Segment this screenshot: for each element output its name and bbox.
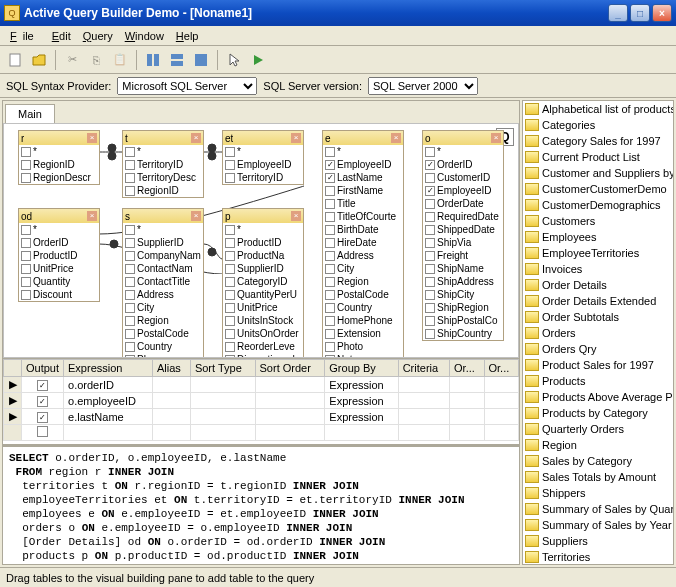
field-checkbox[interactable] bbox=[325, 186, 335, 196]
field-row[interactable]: * bbox=[423, 145, 503, 158]
field-checkbox[interactable] bbox=[225, 342, 235, 352]
field-checkbox[interactable] bbox=[225, 329, 235, 339]
field-row[interactable]: UnitPrice bbox=[223, 301, 303, 314]
field-row[interactable]: BirthDate bbox=[323, 223, 403, 236]
table-box-p[interactable]: p×*ProductIDProductNaSupplierIDCategoryI… bbox=[222, 208, 304, 358]
field-checkbox[interactable] bbox=[325, 342, 335, 352]
tree-item[interactable]: Categories bbox=[523, 117, 673, 133]
field-row[interactable]: HomePhone bbox=[323, 314, 403, 327]
field-checkbox[interactable]: ✓ bbox=[325, 160, 335, 170]
field-row[interactable]: ShipCountry bbox=[423, 327, 503, 340]
output-checkbox[interactable]: ✓ bbox=[37, 380, 48, 391]
grid-header[interactable]: Expression bbox=[64, 360, 153, 377]
field-checkbox[interactable] bbox=[125, 238, 135, 248]
field-checkbox[interactable] bbox=[21, 264, 31, 274]
field-row[interactable]: SupplierID bbox=[123, 236, 203, 249]
field-row[interactable]: * bbox=[123, 223, 203, 236]
grid-header[interactable]: Or... bbox=[484, 360, 519, 377]
field-checkbox[interactable] bbox=[425, 147, 435, 157]
table-close-icon[interactable]: × bbox=[191, 133, 201, 143]
field-checkbox[interactable] bbox=[225, 238, 235, 248]
field-checkbox[interactable] bbox=[21, 225, 31, 235]
output-checkbox[interactable]: ✓ bbox=[37, 396, 48, 407]
field-checkbox[interactable] bbox=[225, 147, 235, 157]
field-checkbox[interactable] bbox=[325, 225, 335, 235]
field-row[interactable]: ✓LastName bbox=[323, 171, 403, 184]
field-row[interactable]: ShipPostalCo bbox=[423, 314, 503, 327]
run-icon[interactable] bbox=[247, 49, 269, 71]
tree-item[interactable]: Sales by Category bbox=[523, 453, 673, 469]
field-row[interactable]: Title bbox=[323, 197, 403, 210]
field-checkbox[interactable] bbox=[125, 355, 135, 359]
tree-item[interactable]: Customer and Suppliers by City bbox=[523, 165, 673, 181]
field-row[interactable]: ReorderLeve bbox=[223, 340, 303, 353]
field-checkbox[interactable] bbox=[325, 329, 335, 339]
field-row[interactable]: City bbox=[123, 301, 203, 314]
table-box-t[interactable]: t×*TerritoryIDTerritoryDescRegionID bbox=[122, 130, 204, 198]
field-checkbox[interactable] bbox=[325, 355, 335, 359]
field-row[interactable]: Country bbox=[123, 340, 203, 353]
field-checkbox[interactable] bbox=[425, 199, 435, 209]
field-checkbox[interactable] bbox=[425, 238, 435, 248]
paste-icon[interactable]: 📋 bbox=[109, 49, 131, 71]
field-checkbox[interactable] bbox=[125, 173, 135, 183]
field-row[interactable]: Region bbox=[323, 275, 403, 288]
grid-groupby[interactable]: Expression bbox=[325, 409, 398, 425]
field-checkbox[interactable] bbox=[225, 160, 235, 170]
syntax-select[interactable]: Microsoft SQL Server bbox=[117, 77, 257, 95]
field-checkbox[interactable]: ✓ bbox=[425, 186, 435, 196]
field-row[interactable]: * bbox=[123, 145, 203, 158]
field-checkbox[interactable] bbox=[225, 225, 235, 235]
field-row[interactable]: Address bbox=[323, 249, 403, 262]
table-close-icon[interactable]: × bbox=[491, 133, 501, 143]
field-checkbox[interactable] bbox=[325, 199, 335, 209]
tree-item[interactable]: Product Sales for 1997 bbox=[523, 357, 673, 373]
field-checkbox[interactable] bbox=[125, 290, 135, 300]
field-row[interactable]: OrderID bbox=[19, 236, 99, 249]
field-row[interactable]: OrderDate bbox=[423, 197, 503, 210]
field-checkbox[interactable] bbox=[225, 355, 235, 359]
tree-item[interactable]: Category Sales for 1997 bbox=[523, 133, 673, 149]
table-tree[interactable]: Alphabetical list of productsCategoriesC… bbox=[522, 100, 674, 565]
menu-edit[interactable]: Edit bbox=[46, 28, 77, 44]
field-row[interactable]: ShipRegion bbox=[423, 301, 503, 314]
close-button[interactable]: × bbox=[652, 4, 672, 22]
grid-header[interactable]: Alias bbox=[152, 360, 190, 377]
table-close-icon[interactable]: × bbox=[191, 211, 201, 221]
sql-editor[interactable]: SELECT o.orderID, o.employeeID, e.lastNa… bbox=[3, 444, 519, 564]
table-box-od[interactable]: od×*OrderIDProductIDUnitPriceQuantityDis… bbox=[18, 208, 100, 302]
field-row[interactable]: ShipCity bbox=[423, 288, 503, 301]
tree-item[interactable]: Alphabetical list of products bbox=[523, 101, 673, 117]
field-row[interactable]: PostalCode bbox=[323, 288, 403, 301]
layout3-icon[interactable] bbox=[190, 49, 212, 71]
table-close-icon[interactable]: × bbox=[87, 211, 97, 221]
minimize-button[interactable]: _ bbox=[608, 4, 628, 22]
field-checkbox[interactable] bbox=[125, 186, 135, 196]
cut-icon[interactable]: ✂ bbox=[61, 49, 83, 71]
copy-icon[interactable]: ⎘ bbox=[85, 49, 107, 71]
field-checkbox[interactable] bbox=[425, 277, 435, 287]
tree-item[interactable]: CustomerCustomerDemo bbox=[523, 181, 673, 197]
table-box-o[interactable]: o×*✓OrderIDCustomerID✓EmployeeIDOrderDat… bbox=[422, 130, 504, 341]
field-checkbox[interactable] bbox=[325, 316, 335, 326]
field-row[interactable]: Notes bbox=[323, 353, 403, 358]
field-row[interactable]: ContactTitle bbox=[123, 275, 203, 288]
field-row[interactable]: TerritoryID bbox=[223, 171, 303, 184]
tree-item[interactable]: Products bbox=[523, 373, 673, 389]
field-checkbox[interactable] bbox=[125, 342, 135, 352]
field-row[interactable]: Address bbox=[123, 288, 203, 301]
tree-item[interactable]: Orders Qry bbox=[523, 341, 673, 357]
field-row[interactable]: Photo bbox=[323, 340, 403, 353]
field-checkbox[interactable] bbox=[325, 251, 335, 261]
pointer-icon[interactable] bbox=[223, 49, 245, 71]
tree-item[interactable]: Customers bbox=[523, 213, 673, 229]
tree-item[interactable]: Invoices bbox=[523, 261, 673, 277]
table-box-r[interactable]: r×*RegionIDRegionDescr bbox=[18, 130, 100, 185]
field-row[interactable]: CustomerID bbox=[423, 171, 503, 184]
field-row[interactable]: ✓OrderID bbox=[423, 158, 503, 171]
field-checkbox[interactable] bbox=[125, 277, 135, 287]
field-row[interactable]: UnitsInStock bbox=[223, 314, 303, 327]
field-row[interactable]: RegionID bbox=[123, 184, 203, 197]
design-canvas[interactable]: Q r×*RegionIDRegionDescrt×*TerritoryIDTe… bbox=[3, 123, 519, 358]
field-row[interactable]: ShipAddress bbox=[423, 275, 503, 288]
